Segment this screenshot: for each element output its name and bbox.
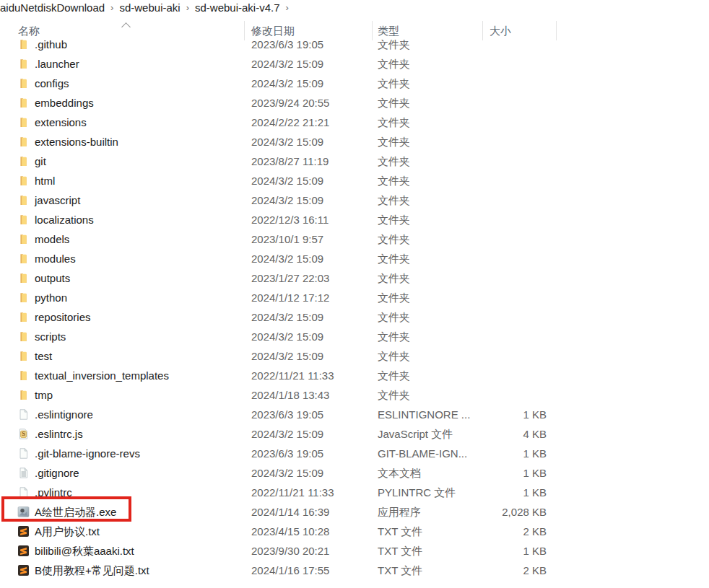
file-name: configs	[35, 74, 69, 93]
file-row[interactable]: .github2023/6/3 19:05文件夹	[0, 40, 709, 54]
file-size: 4 KB	[462, 424, 547, 444]
file-type: 文件夹	[378, 288, 410, 307]
folder-icon	[17, 253, 30, 265]
file-row[interactable]: .launcher2024/3/2 15:09文件夹	[0, 54, 709, 74]
file-date-modified: 2024/3/2 15:09	[251, 249, 323, 268]
file-row[interactable]: scripts2024/3/2 15:09文件夹	[0, 327, 709, 346]
file-type: ESLINTIGNORE ...	[378, 405, 470, 424]
folder-icon	[17, 233, 30, 245]
file-row[interactable]: bilibili@秋葉aaaki.txt2023/9/30 20:21TXT 文…	[0, 541, 709, 561]
file-row[interactable]: .git-blame-ignore-revs2023/6/3 19:05GIT-…	[0, 444, 709, 463]
file-name: .eslintignore	[35, 405, 93, 424]
column-divider[interactable]	[482, 21, 483, 40]
file-row[interactable]: .gitignore2024/3/2 15:09文本文档1 KB	[0, 463, 709, 483]
file-size: 1 KB	[462, 444, 547, 463]
file-row[interactable]: tmp2024/1/18 13:43文件夹	[0, 385, 709, 405]
file-row[interactable]: javascript2024/3/2 15:09文件夹	[0, 190, 709, 210]
breadcrumb-chevron-icon[interactable]: ›	[286, 0, 289, 15]
breadcrumb-item-2[interactable]: sd-webui-aki-v4.7	[195, 0, 280, 15]
file-type: GIT-BLAME-IGN...	[378, 444, 467, 463]
column-headers: 名称修改日期类型大小	[0, 16, 709, 40]
folder-icon	[17, 350, 30, 362]
file-row[interactable]: B使用教程+常见问题.txt2024/1/16 17:55TXT 文件2 KB	[0, 561, 709, 580]
js-file-icon: S	[17, 428, 30, 440]
column-header-date[interactable]: 修改日期	[251, 22, 295, 39]
file-name: git	[35, 152, 46, 171]
file-name: .eslintrc.js	[35, 424, 83, 444]
file-date-modified: 2024/3/2 15:09	[251, 424, 323, 444]
file-row[interactable]: .pylintrc2022/11/21 11:33PYLINTRC 文件1 KB	[0, 483, 709, 502]
file-row[interactable]: configs2024/3/2 15:09文件夹	[0, 74, 709, 93]
sublime-text-icon	[17, 545, 30, 557]
column-divider[interactable]	[244, 21, 245, 40]
column-divider[interactable]	[556, 21, 557, 40]
file-name: modules	[35, 249, 76, 268]
breadcrumb-item-1[interactable]: sd-webui-aki	[119, 0, 180, 15]
file-row[interactable]: localizations2022/12/3 16:11文件夹	[0, 210, 709, 229]
file-row[interactable]: embeddings2023/9/24 20:55文件夹	[0, 93, 709, 113]
file-row[interactable]: modules2024/3/2 15:09文件夹	[0, 249, 709, 268]
file-row[interactable]: git2023/8/27 11:19文件夹	[0, 152, 709, 171]
file-date-modified: 2024/1/18 13:43	[251, 385, 329, 405]
file-date-modified: 2023/6/3 19:05	[251, 40, 323, 54]
file-type: 文件夹	[378, 132, 410, 152]
breadcrumb-item-0[interactable]: aiduNetdiskDownload	[0, 0, 105, 15]
file-date-modified: 2024/1/14 16:39	[251, 502, 329, 522]
file-row[interactable]: .eslintignore2023/6/3 19:05ESLINTIGNORE …	[0, 405, 709, 424]
file-type: JavaScript 文件	[378, 424, 453, 444]
sort-ascending-icon	[121, 22, 131, 32]
folder-icon	[17, 77, 30, 89]
file-row[interactable]: A用户协议.txt2023/4/15 10:28TXT 文件2 KB	[0, 522, 709, 541]
file-row[interactable]: html2024/3/2 15:09文件夹	[0, 171, 709, 190]
file-name: test	[35, 346, 52, 366]
file-name: .pylintrc	[35, 483, 72, 502]
breadcrumb-chevron-icon[interactable]: ›	[110, 0, 113, 15]
file-type: PYLINTRC 文件	[378, 483, 456, 502]
folder-icon	[17, 272, 30, 284]
column-header-size[interactable]: 大小	[490, 22, 511, 39]
folder-icon	[17, 291, 30, 304]
breadcrumb: aiduNetdiskDownload›sd-webui-aki›sd-webu…	[0, 0, 709, 17]
column-divider[interactable]	[372, 21, 373, 40]
file-date-modified: 2023/8/27 11:19	[251, 152, 329, 171]
file-list-viewport: .github2023/6/3 19:05文件夹.launcher2024/3/…	[0, 40, 709, 588]
file-row[interactable]: models2023/10/1 9:57文件夹	[0, 229, 709, 249]
column-header-type[interactable]: 类型	[378, 22, 399, 39]
file-row[interactable]: extensions-builtin2024/3/2 15:09文件夹	[0, 132, 709, 152]
breadcrumb-chevron-icon[interactable]: ›	[186, 0, 189, 15]
file-type: 文件夹	[378, 113, 410, 132]
file-date-modified: 2024/3/2 15:09	[251, 74, 323, 93]
file-size: 1 KB	[462, 463, 547, 483]
blank-file-icon	[17, 408, 30, 421]
file-row[interactable]: textual_inversion_templates2022/11/21 11…	[0, 366, 709, 385]
file-type: 应用程序	[378, 502, 421, 522]
file-name: .launcher	[35, 54, 79, 74]
file-date-modified: 2022/12/3 16:11	[251, 210, 329, 229]
file-date-modified: 2023/9/30 20:21	[251, 541, 329, 561]
file-size: 2 KB	[462, 561, 547, 580]
file-size: 1 KB	[462, 541, 547, 561]
folder-icon	[17, 194, 30, 206]
file-row[interactable]: repositories2024/3/2 15:09文件夹	[0, 307, 709, 327]
folder-icon	[17, 389, 30, 401]
file-date-modified: 2022/11/21 11:33	[251, 366, 334, 385]
file-size: 2 KB	[462, 522, 547, 541]
file-name: A用户协议.txt	[35, 522, 100, 541]
file-name: scripts	[35, 327, 66, 346]
file-row[interactable]: test2024/3/2 15:09文件夹	[0, 346, 709, 366]
folder-icon	[17, 136, 30, 148]
app-thumbnail-icon	[17, 506, 30, 518]
file-date-modified: 2024/3/2 15:09	[251, 346, 323, 366]
file-row[interactable]: S.eslintrc.js2024/3/2 15:09JavaScript 文件…	[0, 424, 709, 444]
file-row[interactable]: A绘世启动器.exe2024/1/14 16:39应用程序2,028 KB	[0, 502, 709, 522]
file-date-modified: 2024/3/2 15:09	[251, 190, 323, 210]
file-row[interactable]: python2024/1/12 17:12文件夹	[0, 288, 709, 307]
column-header-name[interactable]: 名称	[18, 22, 40, 39]
file-name: html	[35, 171, 55, 190]
file-type: 文件夹	[378, 190, 410, 210]
folder-icon	[17, 369, 30, 382]
svg-text:S: S	[22, 430, 25, 437]
file-date-modified: 2024/3/2 15:09	[251, 463, 323, 483]
file-row[interactable]: extensions2024/2/22 21:21文件夹	[0, 113, 709, 132]
file-row[interactable]: outputs2023/1/27 22:03文件夹	[0, 268, 709, 288]
